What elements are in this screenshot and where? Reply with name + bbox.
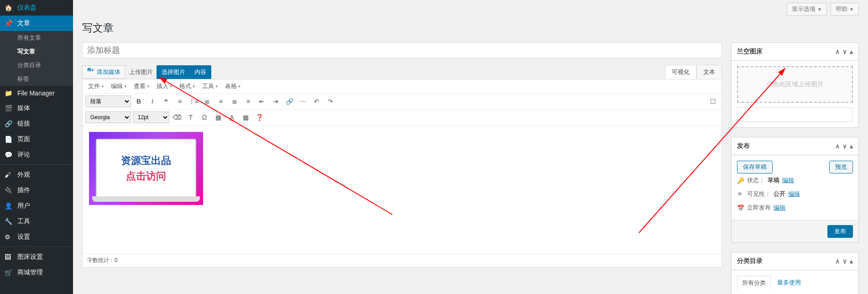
edit-status-link[interactable]: 编辑 (782, 176, 794, 184)
help-icon[interactable]: ❓ (253, 111, 265, 123)
move-down-icon[interactable]: ∨ (842, 48, 847, 55)
sidebar-item-wrench[interactable]: 🔧工具 (0, 214, 73, 229)
save-draft-button[interactable]: 保存草稿 (737, 161, 773, 173)
toggle-icon[interactable]: ▴ (850, 142, 853, 150)
sidebar-subitem[interactable]: 标签 (0, 72, 73, 86)
menu-查看[interactable]: 查看▼ (131, 80, 153, 92)
menu-工具[interactable]: 工具▼ (199, 80, 221, 92)
wrench-icon: 🔧 (5, 218, 14, 225)
tab-visual[interactable]: 可视化 (665, 65, 696, 79)
move-up-icon[interactable]: ∧ (835, 48, 840, 55)
table-icon[interactable]: ▦ (212, 111, 224, 123)
sidebar-item-folder[interactable]: 📁File Manager (0, 86, 73, 100)
publish-button[interactable]: 发布 (827, 225, 853, 238)
text-color-icon[interactable]: A (226, 111, 238, 123)
menu-文件[interactable]: 文件▼ (85, 80, 107, 92)
toggle-icon[interactable]: ▴ (850, 48, 853, 55)
outdent-icon[interactable]: ⇤ (256, 95, 268, 107)
publish-title: 发布 (737, 142, 750, 150)
edit-schedule-link[interactable]: 编辑 (774, 204, 785, 212)
select-image-button[interactable]: 选择图片 (157, 65, 190, 79)
redo-icon[interactable]: ↷ (324, 95, 336, 107)
sidebar-item-link[interactable]: 🔗链接 (0, 116, 73, 131)
cat-tab-all[interactable]: 所有分类 (737, 276, 771, 290)
sidebar-item-page[interactable]: 📄页面 (0, 131, 73, 147)
sidebar-item-pin[interactable]: 📌文章 (0, 16, 73, 31)
editor-toolbar-2: Georgia 12pt ⌫ T Ω ▦ A ▦ ❓ (83, 110, 722, 126)
media-icon: 🎬 (5, 105, 14, 112)
special-char-icon[interactable]: Ω (199, 111, 210, 123)
editor-menubar: 文件▼编辑▼查看▼插入▼格式▼工具▼表格▼ (83, 79, 722, 94)
editor-body[interactable]: 资源宝出品 点击访问 (83, 126, 722, 253)
quote-icon[interactable]: ❝ (160, 95, 172, 107)
upload-image-area[interactable]: 点击此区域上传图片 (737, 66, 853, 103)
add-media-button[interactable]: 添加媒体 (82, 65, 125, 79)
sidebar-item-plugin[interactable]: 🔌插件 (0, 183, 73, 198)
align-center-icon[interactable]: ≡ (215, 95, 227, 107)
caret-down-icon: ▼ (124, 84, 127, 89)
content-image: 资源宝出品 点击访问 (89, 132, 203, 205)
image-bed-box: 兰空图床∧∨▴ 点击此区域上传图片 (731, 42, 859, 128)
format-select[interactable]: 段落 (85, 95, 131, 107)
sidebar-item-dashboard[interactable]: 🏠仪表盘 (0, 0, 73, 16)
move-down-icon[interactable]: ∨ (842, 257, 847, 265)
fullscreen-icon[interactable]: ☐ (707, 95, 719, 107)
screen-options-button[interactable]: 显示选项 ▼ (787, 3, 827, 16)
comment-icon: 💬 (5, 151, 14, 158)
image-text-2: 点击访问 (126, 169, 166, 183)
post-title-input[interactable] (82, 42, 722, 58)
pin-icon: 📌 (5, 20, 14, 27)
sidebar-item-comment[interactable]: 💬评论 (0, 147, 73, 163)
tab-text[interactable]: 文本 (696, 65, 722, 79)
sidebar-item-image[interactable]: 🖼图床设置 (0, 249, 73, 265)
more-icon[interactable]: ⋯ (297, 95, 309, 107)
paste-text-icon[interactable]: T (185, 111, 197, 123)
bold-button[interactable]: B (133, 95, 145, 107)
content-button[interactable]: 内容 (189, 65, 211, 79)
sidebar-subitem[interactable]: 分类目录 (0, 58, 73, 72)
image-bed-title: 兰空图床 (737, 47, 763, 56)
page-icon: 📄 (5, 136, 14, 143)
cat-tab-most[interactable]: 最多使用 (776, 276, 802, 290)
sidebar-item-user[interactable]: 👤用户 (0, 198, 73, 214)
ul-icon[interactable]: ≡ (174, 95, 186, 107)
link-icon[interactable]: 🔗 (283, 95, 295, 107)
upload-result-field[interactable] (737, 107, 853, 122)
edit-visibility-link[interactable]: 编辑 (788, 190, 800, 198)
undo-icon[interactable]: ↶ (311, 95, 323, 107)
align-justify-icon[interactable]: ≡ (242, 95, 254, 107)
caret-down-icon: ▼ (169, 84, 173, 89)
preview-button[interactable]: 预览 (829, 161, 853, 173)
caret-down-icon: ▼ (146, 84, 150, 89)
ol-icon[interactable]: ⋮≡ (188, 95, 199, 107)
sidebar-item-media[interactable]: 🎬媒体 (0, 100, 73, 116)
sidebar-subitem[interactable]: 写文章 (0, 45, 73, 58)
calendar-icon: 📅 (737, 205, 744, 211)
font-family-select[interactable]: Georgia (85, 111, 131, 123)
admin-sidebar: 🏠仪表盘📌文章所有文章写文章分类目录标签📁File Manager🎬媒体🔗链接📄… (0, 0, 73, 294)
italic-button[interactable]: I (146, 95, 158, 107)
menu-表格[interactable]: 表格▼ (222, 80, 244, 92)
grid-icon[interactable]: ▦ (240, 111, 251, 123)
font-size-select[interactable]: 12pt (133, 111, 169, 123)
move-up-icon[interactable]: ∧ (835, 142, 840, 150)
sidebar-subitem[interactable]: 所有文章 (0, 31, 73, 45)
key-icon: 🔑 (737, 177, 744, 184)
sidebar-item-brush[interactable]: 🖌外观 (0, 167, 73, 183)
editor-container: 文件▼编辑▼查看▼插入▼格式▼工具▼表格▼ 段落 B I ❝ ≡ ⋮≡ ≣ ≡ … (82, 79, 722, 268)
editor-toolbar-1: 段落 B I ❝ ≡ ⋮≡ ≣ ≡ ≣ ≡ ⇤ ⇥ 🔗 ⋯ ↶ ↷ ☐ (83, 94, 722, 110)
move-up-icon[interactable]: ∧ (835, 257, 840, 265)
help-button[interactable]: 帮助 ▼ (831, 3, 859, 16)
clear-format-icon[interactable]: ⌫ (171, 111, 183, 123)
sidebar-item-gear[interactable]: ⚙设置 (0, 229, 73, 245)
align-left-icon[interactable]: ≣ (201, 95, 213, 107)
menu-格式[interactable]: 格式▼ (177, 80, 199, 92)
align-right-icon[interactable]: ≣ (229, 95, 241, 107)
eye-icon: 👁 (737, 191, 744, 198)
sidebar-item-cart[interactable]: 🛒商城管理 (0, 265, 73, 280)
indent-icon[interactable]: ⇥ (270, 95, 282, 107)
menu-插入[interactable]: 插入▼ (154, 80, 176, 92)
move-down-icon[interactable]: ∨ (842, 142, 847, 150)
menu-编辑[interactable]: 编辑▼ (108, 80, 130, 92)
toggle-icon[interactable]: ▴ (850, 257, 853, 265)
